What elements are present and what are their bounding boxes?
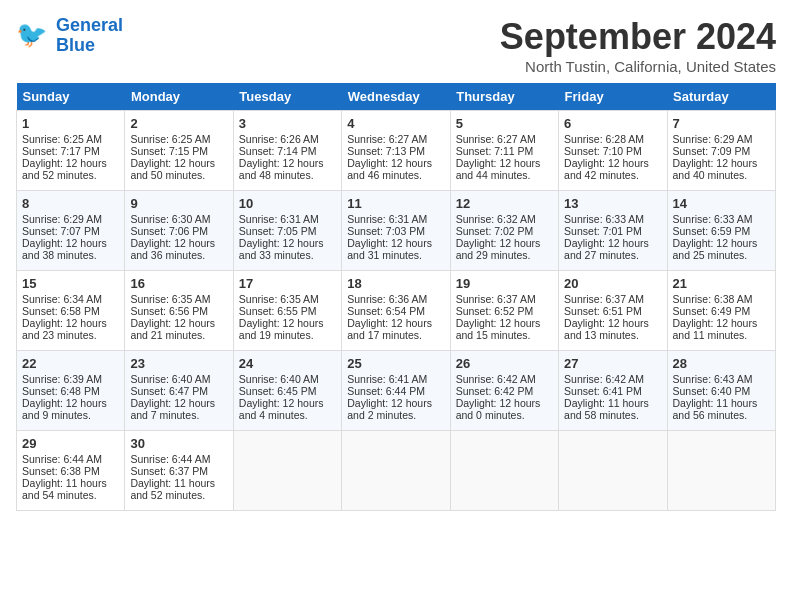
daylight-text: Daylight: 12 hours and 40 minutes. xyxy=(673,157,758,181)
sunrise-text: Sunrise: 6:44 AM xyxy=(130,453,210,465)
day-number: 16 xyxy=(130,276,227,291)
header-saturday: Saturday xyxy=(667,83,775,111)
daylight-text: Daylight: 12 hours and 50 minutes. xyxy=(130,157,215,181)
calendar-cell: 27Sunrise: 6:42 AMSunset: 6:41 PMDayligh… xyxy=(559,351,667,431)
header-sunday: Sunday xyxy=(17,83,125,111)
sunrise-text: Sunrise: 6:28 AM xyxy=(564,133,644,145)
sunset-text: Sunset: 7:17 PM xyxy=(22,145,100,157)
calendar-cell: 28Sunrise: 6:43 AMSunset: 6:40 PMDayligh… xyxy=(667,351,775,431)
day-number: 20 xyxy=(564,276,661,291)
day-number: 5 xyxy=(456,116,553,131)
calendar-cell: 14Sunrise: 6:33 AMSunset: 6:59 PMDayligh… xyxy=(667,191,775,271)
header-tuesday: Tuesday xyxy=(233,83,341,111)
calendar-cell: 20Sunrise: 6:37 AMSunset: 6:51 PMDayligh… xyxy=(559,271,667,351)
sunrise-text: Sunrise: 6:43 AM xyxy=(673,373,753,385)
svg-text:🐦: 🐦 xyxy=(16,19,48,50)
sunset-text: Sunset: 6:48 PM xyxy=(22,385,100,397)
calendar-cell: 5Sunrise: 6:27 AMSunset: 7:11 PMDaylight… xyxy=(450,111,558,191)
day-number: 22 xyxy=(22,356,119,371)
calendar-cell: 18Sunrise: 6:36 AMSunset: 6:54 PMDayligh… xyxy=(342,271,450,351)
sunrise-text: Sunrise: 6:31 AM xyxy=(239,213,319,225)
location: North Tustin, California, United States xyxy=(500,58,776,75)
sunrise-text: Sunrise: 6:31 AM xyxy=(347,213,427,225)
sunset-text: Sunset: 6:47 PM xyxy=(130,385,208,397)
sunset-text: Sunset: 7:14 PM xyxy=(239,145,317,157)
sunrise-text: Sunrise: 6:35 AM xyxy=(239,293,319,305)
header: 🐦 General Blue September 2024 North Tust… xyxy=(16,16,776,75)
sunset-text: Sunset: 7:02 PM xyxy=(456,225,534,237)
sunset-text: Sunset: 7:11 PM xyxy=(456,145,534,157)
day-number: 4 xyxy=(347,116,444,131)
day-number: 29 xyxy=(22,436,119,451)
sunset-text: Sunset: 6:58 PM xyxy=(22,305,100,317)
sunset-text: Sunset: 7:13 PM xyxy=(347,145,425,157)
calendar-cell: 24Sunrise: 6:40 AMSunset: 6:45 PMDayligh… xyxy=(233,351,341,431)
daylight-text: Daylight: 12 hours and 15 minutes. xyxy=(456,317,541,341)
calendar-cell: 23Sunrise: 6:40 AMSunset: 6:47 PMDayligh… xyxy=(125,351,233,431)
day-number: 1 xyxy=(22,116,119,131)
sunset-text: Sunset: 6:45 PM xyxy=(239,385,317,397)
day-number: 26 xyxy=(456,356,553,371)
sunrise-text: Sunrise: 6:39 AM xyxy=(22,373,102,385)
calendar-cell: 9Sunrise: 6:30 AMSunset: 7:06 PMDaylight… xyxy=(125,191,233,271)
daylight-text: Daylight: 12 hours and 19 minutes. xyxy=(239,317,324,341)
calendar-week-3: 15Sunrise: 6:34 AMSunset: 6:58 PMDayligh… xyxy=(17,271,776,351)
header-monday: Monday xyxy=(125,83,233,111)
sunset-text: Sunset: 6:41 PM xyxy=(564,385,642,397)
calendar-cell: 6Sunrise: 6:28 AMSunset: 7:10 PMDaylight… xyxy=(559,111,667,191)
daylight-text: Daylight: 12 hours and 0 minutes. xyxy=(456,397,541,421)
daylight-text: Daylight: 12 hours and 11 minutes. xyxy=(673,317,758,341)
day-number: 2 xyxy=(130,116,227,131)
sunset-text: Sunset: 6:42 PM xyxy=(456,385,534,397)
daylight-text: Daylight: 12 hours and 31 minutes. xyxy=(347,237,432,261)
day-number: 8 xyxy=(22,196,119,211)
day-number: 24 xyxy=(239,356,336,371)
sunset-text: Sunset: 6:44 PM xyxy=(347,385,425,397)
calendar-cell xyxy=(667,431,775,511)
day-number: 28 xyxy=(673,356,770,371)
day-number: 23 xyxy=(130,356,227,371)
calendar-week-1: 1Sunrise: 6:25 AMSunset: 7:17 PMDaylight… xyxy=(17,111,776,191)
sunset-text: Sunset: 7:09 PM xyxy=(673,145,751,157)
sunrise-text: Sunrise: 6:44 AM xyxy=(22,453,102,465)
sunrise-text: Sunrise: 6:32 AM xyxy=(456,213,536,225)
calendar-cell: 4Sunrise: 6:27 AMSunset: 7:13 PMDaylight… xyxy=(342,111,450,191)
calendar-cell: 21Sunrise: 6:38 AMSunset: 6:49 PMDayligh… xyxy=(667,271,775,351)
logo-text: General Blue xyxy=(56,16,123,56)
logo-line2: Blue xyxy=(56,35,95,55)
calendar-cell: 26Sunrise: 6:42 AMSunset: 6:42 PMDayligh… xyxy=(450,351,558,431)
day-number: 6 xyxy=(564,116,661,131)
sunrise-text: Sunrise: 6:41 AM xyxy=(347,373,427,385)
day-number: 14 xyxy=(673,196,770,211)
daylight-text: Daylight: 12 hours and 33 minutes. xyxy=(239,237,324,261)
daylight-text: Daylight: 12 hours and 29 minutes. xyxy=(456,237,541,261)
sunset-text: Sunset: 7:03 PM xyxy=(347,225,425,237)
daylight-text: Daylight: 12 hours and 21 minutes. xyxy=(130,317,215,341)
calendar-cell: 29Sunrise: 6:44 AMSunset: 6:38 PMDayligh… xyxy=(17,431,125,511)
daylight-text: Daylight: 11 hours and 58 minutes. xyxy=(564,397,649,421)
title-area: September 2024 North Tustin, California,… xyxy=(500,16,776,75)
header-thursday: Thursday xyxy=(450,83,558,111)
day-number: 12 xyxy=(456,196,553,211)
sunrise-text: Sunrise: 6:36 AM xyxy=(347,293,427,305)
sunset-text: Sunset: 7:01 PM xyxy=(564,225,642,237)
sunset-text: Sunset: 6:55 PM xyxy=(239,305,317,317)
daylight-text: Daylight: 11 hours and 54 minutes. xyxy=(22,477,107,501)
calendar-cell: 8Sunrise: 6:29 AMSunset: 7:07 PMDaylight… xyxy=(17,191,125,271)
daylight-text: Daylight: 12 hours and 23 minutes. xyxy=(22,317,107,341)
sunset-text: Sunset: 6:40 PM xyxy=(673,385,751,397)
sunset-text: Sunset: 6:54 PM xyxy=(347,305,425,317)
calendar-cell: 11Sunrise: 6:31 AMSunset: 7:03 PMDayligh… xyxy=(342,191,450,271)
sunrise-text: Sunrise: 6:42 AM xyxy=(564,373,644,385)
calendar-week-2: 8Sunrise: 6:29 AMSunset: 7:07 PMDaylight… xyxy=(17,191,776,271)
sunrise-text: Sunrise: 6:33 AM xyxy=(673,213,753,225)
sunset-text: Sunset: 6:52 PM xyxy=(456,305,534,317)
sunrise-text: Sunrise: 6:29 AM xyxy=(673,133,753,145)
sunrise-text: Sunrise: 6:29 AM xyxy=(22,213,102,225)
daylight-text: Daylight: 11 hours and 56 minutes. xyxy=(673,397,758,421)
calendar-cell: 3Sunrise: 6:26 AMSunset: 7:14 PMDaylight… xyxy=(233,111,341,191)
day-number: 11 xyxy=(347,196,444,211)
daylight-text: Daylight: 12 hours and 42 minutes. xyxy=(564,157,649,181)
calendar-table: SundayMondayTuesdayWednesdayThursdayFrid… xyxy=(16,83,776,511)
day-number: 30 xyxy=(130,436,227,451)
